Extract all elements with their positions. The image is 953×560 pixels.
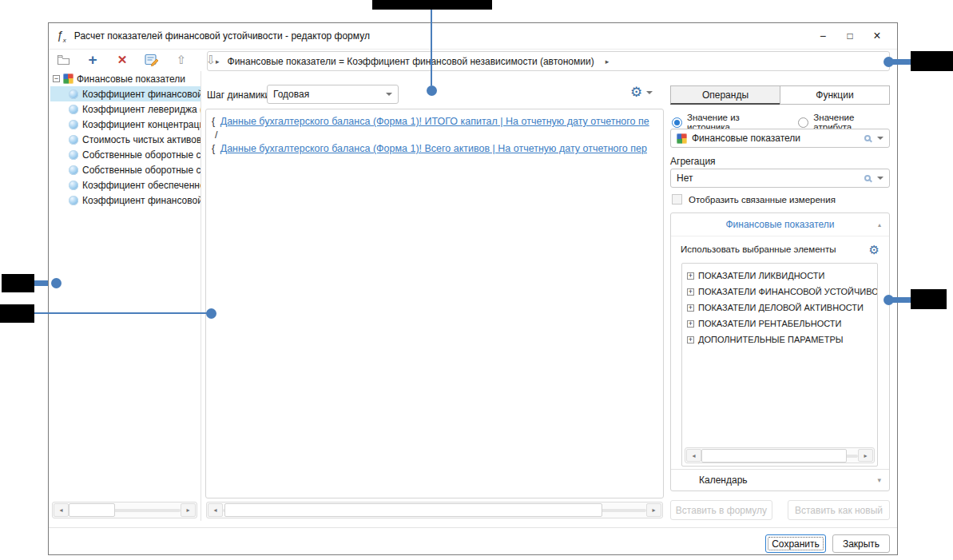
tree-item[interactable]: Собственные оборотные с — [50, 147, 201, 162]
scrollbar-thumb[interactable] — [224, 503, 602, 517]
tree-item[interactable]: Стоимость чистых активов — [50, 132, 201, 147]
tree-item-label: Коэффициент финансовой — [82, 195, 201, 206]
dynamics-step-select[interactable]: Годовая — [267, 85, 399, 104]
list-item-label: ПОКАЗАТЕЛИ ЛИКВИДНОСТИ — [698, 271, 824, 280]
chevron-down-icon[interactable] — [877, 137, 884, 140]
expand-arrow-icon[interactable]: ▸ — [594, 58, 617, 66]
section-header[interactable]: Финансовые показатели ▴ — [671, 213, 889, 236]
source-select[interactable]: Финансовые показатели — [670, 129, 890, 148]
tree-item[interactable]: Коэффициент левериджа ( — [50, 101, 201, 117]
indicator-groups-list[interactable]: ПОКАЗАТЕЛИ ЛИКВИДНОСТИ ПОКАЗАТЕЛИ ФИНАНС… — [681, 263, 878, 467]
expand-icon[interactable] — [687, 272, 694, 280]
scroll-right-button[interactable] — [858, 449, 873, 462]
indicator-icon — [69, 150, 78, 160]
tab-operands[interactable]: Операнды — [670, 85, 780, 105]
formula-line: { Данные бухгалтерского баланса (Форма 1… — [212, 142, 663, 156]
list-horizontal-scrollbar[interactable] — [685, 447, 875, 463]
annotation-line-right-2 — [893, 297, 911, 303]
scroll-right-button[interactable] — [646, 503, 661, 517]
aggregation-select[interactable]: Нет — [670, 169, 890, 188]
screenshot-canvas: ƒx Расчет показателей финансовой устойчи… — [0, 0, 953, 560]
toolbar: + ✕ ⇧ ⇩ — [54, 50, 220, 70]
footer-divider — [49, 527, 897, 528]
cube-icon — [677, 133, 687, 144]
show-linked-dimensions-checkbox[interactable] — [672, 194, 682, 205]
list-item[interactable]: ПОКАЗАТЕЛИ ФИНАНСОВОЙ УСТОЙЧИВОСТИ — [682, 284, 877, 300]
search-icon[interactable] — [864, 135, 871, 141]
indicator-icon — [69, 105, 78, 114]
formula-bar-text: Финансовые показатели = Коэффициент фина… — [228, 56, 594, 67]
tree-item[interactable]: Коэффициент финансовой — [50, 193, 201, 208]
calendar-section[interactable]: Календарь ▾ — [671, 469, 889, 490]
formula-brace: { — [212, 116, 215, 127]
operand-link[interactable]: Данные бухгалтерского баланса (Форма 1)!… — [220, 143, 647, 154]
close-dialog-button[interactable]: Закрыть — [832, 534, 890, 553]
tree-root[interactable]: Финансовые показатели — [50, 71, 201, 86]
chevron-down-icon[interactable] — [877, 177, 884, 180]
operand-link[interactable]: Данные бухгалтерского баланса (Форма 1)!… — [220, 116, 649, 127]
radio-value-from-source[interactable] — [672, 117, 682, 128]
edit-formula-icon[interactable] — [142, 51, 161, 69]
expand-icon[interactable] — [687, 336, 694, 344]
indicator-icon — [69, 89, 78, 99]
search-icon[interactable] — [864, 175, 871, 181]
maximize-button[interactable]: □ — [836, 25, 864, 47]
insert-as-new-button[interactable]: Вставить как новый — [788, 500, 890, 520]
formula-line: / — [212, 129, 663, 142]
list-item[interactable]: ПОКАЗАТЕЛИ РЕНТАБЕЛЬНОСТИ — [682, 316, 877, 332]
indicator-icon — [69, 181, 78, 190]
add-button-icon[interactable]: + — [83, 51, 102, 69]
tree-item-label: Собственные оборотные с — [82, 149, 201, 161]
scroll-left-button[interactable] — [208, 503, 223, 517]
minimize-button[interactable]: − — [809, 25, 836, 47]
checkbox-label: Отобразить связанные измерения — [689, 195, 836, 205]
scroll-right-button[interactable] — [181, 503, 196, 517]
indicator-icon — [69, 196, 78, 205]
expand-icon[interactable] — [687, 304, 694, 312]
formula-line: { Данные бухгалтерского баланса (Форма 1… — [212, 115, 663, 129]
annotation-box-right-1 — [911, 51, 953, 71]
move-up-icon[interactable]: ⇧ — [172, 51, 191, 69]
tree-item-label: Коэффициент концентраци — [82, 119, 201, 130]
operand-tabs: Операнды Функции — [670, 85, 890, 105]
radio-attribute-value[interactable] — [798, 117, 808, 128]
annotation-line-right-1 — [893, 59, 911, 65]
formula-bar[interactable]: ▸ Финансовые показатели = Коэффициент фи… — [207, 51, 890, 71]
formula-fx-icon: ƒx — [57, 29, 66, 44]
scrollbar-thumb[interactable] — [701, 449, 847, 463]
list-item[interactable]: ПОКАЗАТЕЛИ ДЕЛОВОЙ АКТИВНОСТИ — [682, 300, 877, 316]
tree-item[interactable]: Собственные оборотные с — [50, 162, 201, 177]
scroll-left-button[interactable] — [54, 503, 69, 517]
collapse-icon[interactable] — [53, 75, 60, 82]
editor-horizontal-scrollbar[interactable] — [206, 502, 663, 518]
gear-icon[interactable]: ⚙ — [869, 244, 880, 256]
formula-editor-area[interactable]: { Данные бухгалтерского баланса (Форма 1… — [205, 109, 664, 498]
tree-item[interactable]: Коэффициент обеспеченно — [50, 177, 201, 193]
formula-brace: { — [212, 143, 215, 154]
tab-functions[interactable]: Функции — [780, 85, 890, 105]
expand-icon[interactable] — [687, 288, 694, 296]
folder-icon[interactable] — [54, 51, 73, 69]
scrollbar-thumb[interactable] — [69, 503, 115, 517]
gear-icon: ⚙ — [630, 85, 642, 99]
delete-button-icon[interactable]: ✕ — [113, 51, 132, 69]
save-button[interactable]: Сохранить — [765, 534, 826, 553]
expand-icon[interactable] — [687, 320, 694, 328]
list-item[interactable]: ПОКАЗАТЕЛИ ЛИКВИДНОСТИ — [682, 268, 877, 284]
tree-item-label: Собственные оборотные с — [82, 165, 201, 176]
list-item-label: ПОКАЗАТЕЛИ ФИНАНСОВОЙ УСТОЙЧИВОСТИ — [698, 287, 878, 296]
list-item[interactable]: ДОПОЛНИТЕЛЬНЫЕ ПАРАМЕТРЫ — [682, 332, 877, 348]
editor-settings-button[interactable]: ⚙ — [630, 85, 653, 99]
list-item-label: ПОКАЗАТЕЛИ РЕНТАБЕЛЬНОСТИ — [698, 319, 841, 328]
expand-arrow-icon[interactable]: ▸ — [208, 58, 228, 66]
tree-item[interactable]: Коэффициент концентраци — [50, 117, 201, 132]
close-button[interactable]: × — [864, 25, 891, 47]
insert-into-formula-button[interactable]: Вставить в формулу — [670, 500, 772, 520]
scroll-left-button[interactable] — [686, 449, 701, 462]
formula-editor-window: ƒx Расчет показателей финансовой устойчи… — [48, 22, 898, 555]
tree-item-label: Коэффициент левериджа ( — [82, 104, 201, 115]
section-title: Финансовые показатели — [725, 219, 834, 230]
tree-item[interactable]: Коэффициент финансовой — [50, 86, 201, 101]
collapse-up-icon[interactable]: ▴ — [878, 221, 881, 228]
tree-horizontal-scrollbar[interactable] — [52, 502, 197, 518]
